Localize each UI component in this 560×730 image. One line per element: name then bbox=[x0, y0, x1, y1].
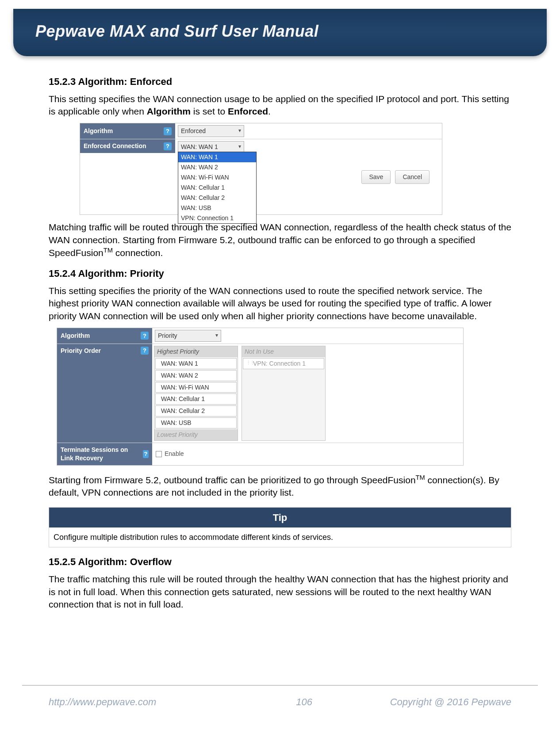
help-icon[interactable]: ? bbox=[141, 332, 149, 340]
help-icon[interactable]: ? bbox=[164, 142, 172, 150]
priority-item[interactable]: WAN: Wi-Fi WAN bbox=[155, 382, 237, 393]
label-algorithm: Algorithm ? bbox=[80, 123, 175, 139]
priority-item[interactable]: WAN: WAN 1 bbox=[155, 358, 237, 369]
text: This setting specifies the WAN connectio… bbox=[49, 94, 509, 116]
row-algorithm: Algorithm ? Priority bbox=[57, 328, 463, 344]
algorithm-select[interactable]: Priority bbox=[155, 330, 221, 342]
row-terminate-sessions: Terminate Sessions on Link Recovery ? En… bbox=[57, 443, 463, 465]
enforced-connection-select[interactable]: WAN: WAN 1 bbox=[178, 141, 244, 153]
doc-title: Pepwave MAX and Surf User Manual bbox=[35, 22, 525, 41]
help-icon[interactable]: ? bbox=[141, 347, 149, 355]
dropdown-option[interactable]: WAN: WAN 2 bbox=[178, 162, 256, 172]
not-in-use-header: Not In Use bbox=[242, 346, 325, 357]
row-enforced-connection: Enforced Connection ? WAN: WAN 1 WAN: WA… bbox=[80, 139, 442, 214]
priority-lists: Highest Priority WAN: WAN 1 WAN: WAN 2 W… bbox=[152, 344, 463, 443]
enable-label: Enable bbox=[165, 450, 184, 458]
cell-enforced-value: WAN: WAN 1 WAN: WAN 1 WAN: WAN 2 WAN: Wi… bbox=[175, 139, 442, 214]
priority-item[interactable]: WAN: Cellular 2 bbox=[155, 405, 237, 417]
label-terminate-sessions: Terminate Sessions on Link Recovery ? bbox=[57, 443, 152, 465]
dropdown-option[interactable]: WAN: Wi-Fi WAN bbox=[178, 172, 256, 183]
bold-algorithm: Algorithm bbox=[147, 106, 191, 116]
cell-algorithm-value: Enforced bbox=[175, 123, 442, 139]
cell-enable: Enable bbox=[152, 443, 463, 465]
dropdown-option[interactable]: WAN: USB bbox=[178, 203, 256, 213]
footer: http://www.pepwave.com 106 Copyright @ 2… bbox=[0, 696, 560, 708]
label-text: Priority Order bbox=[61, 347, 101, 355]
label-text: Enforced Connection bbox=[84, 142, 146, 150]
text: . bbox=[268, 106, 271, 116]
dropdown-option[interactable]: VPN: Connection 1 bbox=[178, 213, 256, 223]
para-overflow: The traffic matching this rule will be r… bbox=[49, 573, 511, 611]
trademark: TM bbox=[416, 474, 425, 481]
priority-item[interactable]: VPN: Connection 1 bbox=[243, 358, 324, 369]
bold-enforced: Enforced bbox=[228, 106, 268, 116]
priority-item[interactable]: WAN: USB bbox=[155, 417, 237, 428]
label-priority-order: Priority Order ? bbox=[57, 344, 152, 443]
heading-15-2-4: 15.2.4 Algorithm: Priority bbox=[49, 267, 511, 280]
page-number: 106 bbox=[296, 696, 312, 708]
tip-box: Tip Configure multiple distribution rule… bbox=[49, 507, 511, 548]
screenshot-enforced: Algorithm ? Enforced Enforced Connection… bbox=[80, 123, 442, 215]
page: Pepwave MAX and Surf User Manual 15.2.3 … bbox=[0, 9, 560, 730]
enable-checkbox[interactable] bbox=[156, 451, 162, 457]
heading-15-2-5: 15.2.5 Algorithm: Overflow bbox=[49, 555, 511, 569]
algorithm-select[interactable]: Enforced bbox=[178, 125, 244, 137]
label-algorithm: Algorithm ? bbox=[57, 328, 152, 344]
label-enforced-connection: Enforced Connection ? bbox=[80, 139, 175, 153]
lowest-priority-footer: Lowest Priority bbox=[154, 429, 238, 440]
priority-in-use-list[interactable]: Highest Priority WAN: WAN 1 WAN: WAN 2 W… bbox=[154, 346, 238, 441]
text: is set to bbox=[191, 106, 228, 116]
help-icon[interactable]: ? bbox=[143, 450, 149, 458]
dropdown-option[interactable]: WAN: Cellular 2 bbox=[178, 193, 256, 203]
text: connection. bbox=[113, 248, 163, 258]
button-row: Save Cancel bbox=[361, 170, 430, 184]
screenshot-priority: Algorithm ? Priority Priority Order ? Hi… bbox=[57, 328, 464, 466]
header-band: Pepwave MAX and Surf User Manual bbox=[13, 9, 547, 56]
save-button[interactable]: Save bbox=[361, 170, 391, 184]
dropdown-option[interactable]: WAN: WAN 1 bbox=[178, 152, 256, 162]
row-priority-order: Priority Order ? Highest Priority WAN: W… bbox=[57, 344, 463, 443]
tip-body: Configure multiple distribution rules to… bbox=[49, 527, 511, 547]
footer-copyright: Copyright @ 2016 Pepwave bbox=[390, 696, 511, 708]
tip-header: Tip bbox=[49, 508, 511, 528]
text: Starting from Firmware 5.2, outbound tra… bbox=[49, 475, 416, 485]
content: 15.2.3 Algorithm: Enforced This setting … bbox=[0, 56, 560, 611]
footer-divider bbox=[22, 685, 538, 686]
highest-priority-header: Highest Priority bbox=[154, 346, 238, 357]
help-icon[interactable]: ? bbox=[164, 127, 172, 135]
row-algorithm: Algorithm ? Enforced bbox=[80, 123, 442, 139]
priority-item[interactable]: WAN: Cellular 1 bbox=[155, 394, 237, 405]
trademark: TM bbox=[104, 247, 113, 254]
cell-algorithm-value: Priority bbox=[152, 328, 463, 344]
label-text: Terminate Sessions on Link Recovery bbox=[61, 446, 140, 462]
label-text: Algorithm bbox=[61, 332, 90, 340]
enforced-connection-dropdown[interactable]: WAN: WAN 1 WAN: WAN 2 WAN: Wi-Fi WAN WAN… bbox=[178, 152, 257, 223]
para-enforced-desc: Matching traffic will be routed through … bbox=[49, 221, 511, 259]
heading-15-2-3: 15.2.3 Algorithm: Enforced bbox=[49, 75, 511, 88]
footer-url: http://www.pepwave.com bbox=[49, 696, 156, 708]
para-priority-intro: This setting specifies the priority of t… bbox=[49, 285, 511, 322]
label-text: Algorithm bbox=[84, 127, 113, 135]
para-enforced-intro: This setting specifies the WAN connectio… bbox=[49, 93, 511, 118]
dropdown-option[interactable]: WAN: Cellular 1 bbox=[178, 183, 256, 193]
cancel-button[interactable]: Cancel bbox=[395, 170, 430, 184]
priority-item[interactable]: WAN: WAN 2 bbox=[155, 370, 237, 381]
para-priority-desc: Starting from Firmware 5.2, outbound tra… bbox=[49, 474, 511, 499]
priority-not-in-use-list[interactable]: Not In Use VPN: Connection 1 bbox=[242, 346, 326, 441]
